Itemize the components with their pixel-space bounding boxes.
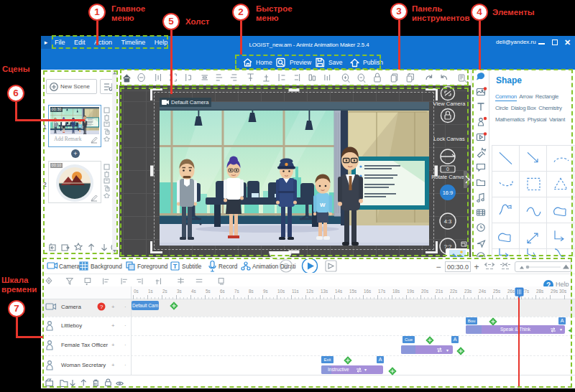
svg-text:·: · [124,342,126,348]
svg-text:Subtitle: Subtitle [182,263,202,270]
svg-text:·: · [124,362,126,368]
svg-text:4:3: 4:3 [444,218,451,225]
svg-text:Female Tax Officer: Female Tax Officer [61,342,109,348]
svg-text:Camera: Camera [61,304,81,310]
svg-text:T: T [173,263,178,270]
svg-text:Littleboy: Littleboy [61,322,82,329]
svg-text:+: + [111,362,115,368]
svg-text:+: + [111,322,115,329]
svg-text:+: + [111,342,115,348]
svg-text:Record: Record [218,263,238,270]
svg-text:Lock Canvas: Lock Canvas [433,136,465,142]
svg-text:16:9: 16:9 [443,190,454,196]
svg-text:Rotate Canvas: Rotate Canvas [431,174,467,180]
svg-text:0: 0 [446,167,449,172]
svg-text:·: · [124,304,126,310]
svg-text:+: + [111,304,115,310]
svg-text:View Camera: View Camera [433,101,466,107]
svg-text:?: ? [100,304,104,310]
svg-text:Foreground: Foreground [137,263,168,270]
svg-text:Camera: Camera [59,263,80,270]
svg-text:@: @ [282,263,289,270]
svg-text:·: · [124,322,126,329]
svg-text:Woman Secretary: Woman Secretary [61,362,106,368]
svg-text:Background: Background [91,263,122,270]
